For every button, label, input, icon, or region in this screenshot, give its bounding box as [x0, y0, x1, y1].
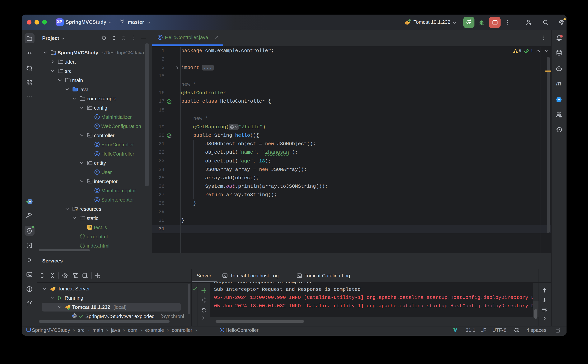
- svg-text:C: C: [221, 328, 223, 332]
- svg-text:C: C: [96, 198, 98, 202]
- svg-text:C: C: [96, 188, 98, 193]
- svg-text:C: C: [96, 143, 98, 147]
- svg-text:JS: JS: [88, 226, 92, 229]
- svg-text:C: C: [96, 152, 98, 156]
- svg-text:C: C: [96, 115, 98, 119]
- svg-text:C: C: [96, 170, 98, 174]
- svg-text:C: C: [159, 35, 161, 39]
- svg-text:C: C: [96, 124, 98, 128]
